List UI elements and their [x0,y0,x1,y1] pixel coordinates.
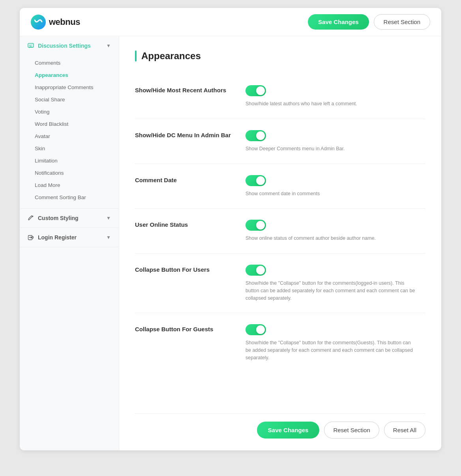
sidebar-item-skin[interactable]: Skin [20,142,119,155]
header-actions: Save Changes Reset Section [308,14,430,30]
logo-text: webnus [49,17,80,27]
settings-list: Show/Hide Most Recent Authors Show/hide … [135,74,425,399]
login-register-header[interactable]: Login Register ▼ [20,228,119,247]
footer-reset-section-button[interactable]: Reset Section [324,422,379,439]
sidebar: Discussion Settings ▼ Comments Appearanc… [20,36,119,450]
setting-label-collapse-users: Collapse Button For Users [135,265,245,273]
toggle-slider-dc-menu [245,130,266,141]
setting-control-collapse-users: Show/hide the "Collapse" button for the … [245,265,425,302]
sidebar-item-avatar[interactable]: Avatar [20,130,119,142]
setting-label-user-online-status: User Online Status [135,220,245,228]
page-title: Appearances [141,50,201,62]
sidebar-item-comment-sorting-bar[interactable]: Comment Sorting Bar [20,191,119,203]
custom-styling-label: Custom Styling [38,215,79,221]
custom-styling-icon [28,215,34,221]
setting-label-comment-date: Comment Date [135,175,245,183]
toggle-collapse-users[interactable] [245,265,266,276]
setting-desc-dc-menu: Show Deeper Comments menu in Admin Bar. [245,145,415,153]
reset-section-button[interactable]: Reset Section [374,14,430,30]
setting-label-collapse-guests: Collapse Button For Guests [135,324,245,332]
webnus-logo-icon [31,15,46,30]
setting-desc-collapse-users: Show/hide the "Collapse" button for the … [245,280,415,302]
setting-control-user-online-status: Show online status of comment author bes… [245,220,425,242]
page-title-accent-bar [135,50,137,62]
setting-row-comment-date: Comment Date Show comment date in commen… [135,164,425,209]
setting-desc-show-hide-authors: Show/hide latest authors who have left a… [245,100,415,108]
sidebar-item-voting[interactable]: Voting [20,106,119,118]
login-register-chevron-icon: ▼ [106,235,111,240]
setting-row-collapse-guests: Collapse Button For Guests Show/hide the… [135,313,425,372]
logo: webnus [31,15,80,30]
discussion-chevron-icon: ▼ [106,43,111,49]
sidebar-item-notifications[interactable]: Notifications [20,167,119,179]
sidebar-item-word-blacklist[interactable]: Word Blacklist [20,118,119,130]
discussion-settings-section: Discussion Settings ▼ Comments Appearanc… [20,36,119,209]
sidebar-item-load-more[interactable]: Load More [20,179,119,191]
setting-control-collapse-guests: Show/hide the "Collapse" button for the … [245,324,425,361]
svg-point-0 [31,15,46,30]
header: webnus Save Changes Reset Section [20,8,441,36]
setting-row-user-online-status: User Online Status Show online status of… [135,209,425,254]
sidebar-item-appearances[interactable]: Appearances [20,69,119,81]
setting-row-show-hide-authors: Show/Hide Most Recent Authors Show/hide … [135,74,425,119]
setting-desc-user-online-status: Show online status of comment author bes… [245,235,415,242]
setting-control-show-hide-authors: Show/hide latest authors who have left a… [245,85,425,108]
setting-control-dc-menu: Show Deeper Comments menu in Admin Bar. [245,130,425,153]
setting-control-comment-date: Show comment date in comments [245,175,425,198]
setting-desc-comment-date: Show comment date in comments [245,190,415,198]
sidebar-item-comments[interactable]: Comments [20,57,119,69]
custom-styling-section: Custom Styling ▼ [20,209,119,228]
page-title-row: Appearances [135,50,425,62]
save-changes-button[interactable]: Save Changes [308,14,369,30]
app-container: webnus Save Changes Reset Section [20,8,441,450]
discussion-icon [28,43,34,49]
setting-label-show-hide-authors: Show/Hide Most Recent Authors [135,85,245,93]
setting-desc-collapse-guests: Show/hide the "Collapse" button for the … [245,339,415,361]
toggle-dc-menu[interactable] [245,130,266,141]
discussion-section-label: Discussion Settings [38,43,91,49]
custom-styling-header[interactable]: Custom Styling ▼ [20,209,119,228]
toggle-user-online-status[interactable] [245,220,266,231]
setting-row-collapse-users: Collapse Button For Users Show/hide the … [135,254,425,313]
footer-reset-all-button[interactable]: Reset All [384,422,425,439]
svg-point-4 [32,216,33,217]
toggle-slider-comment-date [245,175,266,186]
main-content: Appearances Show/Hide Most Recent Author… [119,36,441,450]
discussion-settings-header[interactable]: Discussion Settings ▼ [20,36,119,55]
toggle-slider-show-hide-authors [245,85,266,96]
toggle-collapse-guests[interactable] [245,324,266,335]
toggle-slider-collapse-users [245,265,266,276]
login-register-label: Login Register [38,234,77,241]
login-register-section: Login Register ▼ [20,228,119,247]
login-register-icon [28,234,34,241]
sidebar-item-inappropriate-comments[interactable]: Inappropriate Comments [20,81,119,93]
toggle-show-hide-authors[interactable] [245,85,266,96]
footer-actions: Save Changes Reset Section Reset All [135,413,425,439]
toggle-comment-date[interactable] [245,175,266,186]
discussion-nav: Comments Appearances Inappropriate Comme… [20,55,119,208]
toggle-slider-collapse-guests [245,324,266,335]
setting-label-dc-menu: Show/Hide DC Menu In Admin Bar [135,130,245,138]
sidebar-item-limitation[interactable]: Limitation [20,155,119,167]
main-layout: Discussion Settings ▼ Comments Appearanc… [20,36,441,450]
custom-styling-chevron-icon: ▼ [106,215,111,221]
footer-save-button[interactable]: Save Changes [257,422,320,439]
toggle-slider-user-online-status [245,220,266,231]
setting-row-dc-menu: Show/Hide DC Menu In Admin Bar Show Deep… [135,119,425,164]
sidebar-item-social-share[interactable]: Social Share [20,93,119,106]
